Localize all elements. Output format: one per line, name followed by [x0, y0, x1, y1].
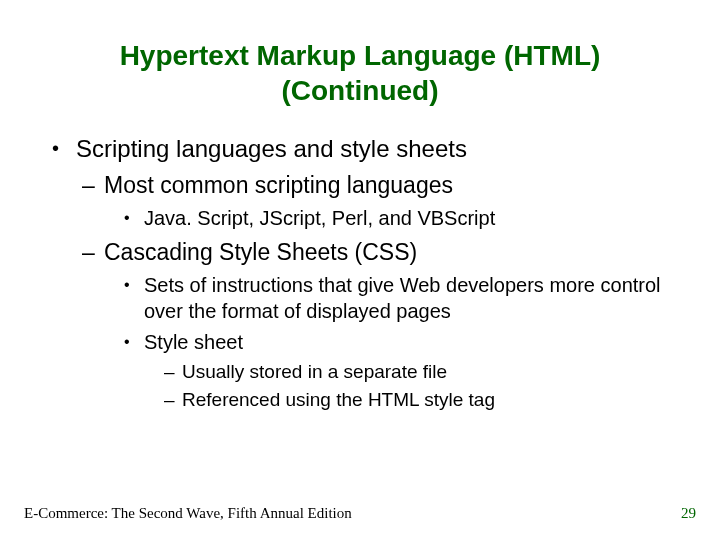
- bullet-text: Referenced using the HTML style tag: [182, 388, 495, 412]
- slide-footer: E-Commerce: The Second Wave, Fifth Annua…: [24, 505, 696, 522]
- bullet-icon: •: [52, 134, 76, 165]
- dash-icon: –: [164, 360, 182, 384]
- bullet-level-1: • Scripting languages and style sheets: [52, 134, 696, 165]
- bullet-text: Style sheet: [144, 330, 243, 356]
- bullet-level-3: • Style sheet: [124, 330, 696, 356]
- dash-icon: –: [82, 238, 104, 267]
- dash-icon: –: [164, 388, 182, 412]
- bullet-level-4: – Referenced using the HTML style tag: [164, 388, 696, 412]
- bullet-text: Cascading Style Sheets (CSS): [104, 238, 417, 267]
- title-line-1: Hypertext Markup Language (HTML): [120, 40, 601, 71]
- bullet-level-2: – Most common scripting languages: [82, 171, 696, 200]
- page-number: 29: [681, 505, 696, 522]
- dash-icon: –: [82, 171, 104, 200]
- bullet-text: Sets of instructions that give Web devel…: [144, 273, 696, 324]
- bullet-level-2: – Cascading Style Sheets (CSS): [82, 238, 696, 267]
- footer-source: E-Commerce: The Second Wave, Fifth Annua…: [24, 505, 352, 522]
- bullet-icon: •: [124, 330, 144, 356]
- bullet-icon: •: [124, 206, 144, 232]
- bullet-text: Usually stored in a separate file: [182, 360, 447, 384]
- slide-title: Hypertext Markup Language (HTML) (Contin…: [24, 38, 696, 108]
- bullet-text: Scripting languages and style sheets: [76, 134, 467, 165]
- bullet-level-4: – Usually stored in a separate file: [164, 360, 696, 384]
- slide: Hypertext Markup Language (HTML) (Contin…: [0, 0, 720, 540]
- bullet-level-3: • Java. Script, JScript, Perl, and VBScr…: [124, 206, 696, 232]
- title-line-2: (Continued): [281, 75, 438, 106]
- bullet-icon: •: [124, 273, 144, 324]
- bullet-level-3: • Sets of instructions that give Web dev…: [124, 273, 696, 324]
- slide-body: • Scripting languages and style sheets –…: [24, 134, 696, 413]
- bullet-text: Java. Script, JScript, Perl, and VBScrip…: [144, 206, 495, 232]
- bullet-text: Most common scripting languages: [104, 171, 453, 200]
